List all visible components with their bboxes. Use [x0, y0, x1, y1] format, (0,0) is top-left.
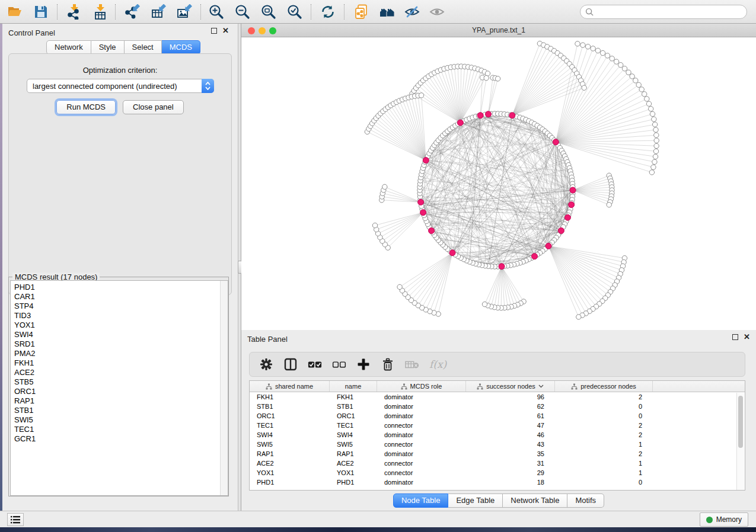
cell-shared-name[interactable]: YOX1 [250, 468, 330, 477]
network-node[interactable] [419, 93, 423, 98]
network-node[interactable] [646, 101, 651, 106]
cell-name[interactable]: SWI4 [330, 430, 377, 440]
network-node[interactable] [645, 97, 649, 101]
table-scrollbar[interactable] [736, 393, 744, 490]
cell-successor-nodes[interactable]: 43 [466, 440, 555, 449]
cell-predecessor-nodes[interactable]: 0 [555, 402, 653, 411]
hide-selected-icon[interactable] [404, 4, 420, 20]
show-all-networks-icon[interactable] [379, 4, 395, 20]
cell-mcds-role[interactable]: connector [377, 468, 466, 477]
network-node[interactable] [595, 48, 600, 53]
network-node[interactable] [653, 154, 658, 159]
cell-shared-name[interactable]: SWI4 [250, 430, 330, 440]
mcds-result-item[interactable]: PMA2 [11, 349, 228, 358]
network-node[interactable] [382, 184, 387, 189]
cell-shared-name[interactable]: PHD1 [250, 477, 330, 487]
mcds-result-item[interactable]: RAP1 [11, 396, 228, 406]
float-panel-icon[interactable] [732, 334, 738, 340]
column-header-MCDS-role[interactable]: MCDS role [377, 381, 466, 392]
mcds-result-item[interactable]: TEC1 [11, 425, 228, 434]
zoom-out-icon[interactable] [235, 4, 250, 20]
table-row[interactable]: ORC1ORC1dominator610 [250, 411, 745, 421]
cell-name[interactable]: RAP1 [330, 449, 377, 459]
cell-mcds-role[interactable]: dominator [377, 402, 466, 411]
cell-successor-nodes[interactable]: 46 [466, 430, 555, 440]
table-row[interactable]: SWI5SWI5connector431 [250, 440, 745, 449]
show-hidden-icon[interactable] [429, 4, 445, 20]
deselect-all-icon[interactable] [332, 357, 346, 371]
cell-successor-nodes[interactable]: 62 [466, 402, 555, 411]
search-input[interactable] [594, 7, 747, 17]
network-node[interactable] [582, 85, 586, 90]
network-hub-node[interactable] [486, 111, 492, 117]
zoom-in-icon[interactable] [209, 4, 224, 20]
column-header-successor-nodes[interactable]: successor nodes [466, 381, 555, 392]
network-node[interactable] [626, 70, 631, 75]
column-header-name[interactable]: name [330, 381, 377, 392]
cell-shared-name[interactable]: RAP1 [250, 449, 330, 459]
network-node[interactable] [630, 74, 634, 79]
cell-predecessor-nodes[interactable]: 0 [555, 411, 653, 421]
mcds-result-list[interactable]: PHD1CAR1STP4TID3YOX1SWI4SRD1PMA2FKH1ACE2… [10, 280, 228, 496]
clone-network-icon[interactable] [353, 4, 369, 20]
mcds-result-item[interactable]: TID3 [11, 311, 228, 321]
network-node[interactable] [591, 46, 595, 51]
network-node[interactable] [652, 117, 656, 121]
network-node[interactable] [642, 92, 647, 97]
network-node[interactable] [633, 78, 638, 83]
network-hub-node[interactable] [477, 113, 483, 118]
network-hub-node[interactable] [420, 210, 426, 216]
cell-mcds-role[interactable]: dominator [377, 449, 466, 459]
cell-mcds-role[interactable]: connector [377, 421, 466, 430]
network-node[interactable] [585, 44, 590, 49]
network-node[interactable] [650, 111, 655, 116]
tab-select[interactable]: Select [125, 40, 162, 55]
network-node[interactable] [639, 87, 644, 92]
network-hub-node[interactable] [532, 254, 538, 259]
mcds-result-item[interactable]: ACE2 [11, 368, 228, 377]
network-node[interactable] [652, 122, 657, 127]
cell-name[interactable]: YOX1 [330, 468, 377, 477]
zoom-selected-icon[interactable] [287, 4, 302, 20]
split-view-icon[interactable] [283, 357, 298, 371]
mcds-result-item[interactable]: STP4 [11, 302, 228, 311]
save-session-icon[interactable] [33, 4, 49, 20]
cell-mcds-role[interactable]: dominator [377, 477, 466, 487]
import-table-icon[interactable] [92, 4, 108, 20]
cell-mcds-role[interactable]: dominator [377, 411, 466, 421]
cell-name[interactable]: TEC1 [330, 421, 377, 430]
mcds-result-item[interactable]: SRD1 [11, 339, 228, 349]
network-node[interactable] [652, 159, 657, 164]
mcds-result-item[interactable]: CAR1 [11, 292, 228, 302]
cell-shared-name[interactable]: ACE2 [250, 459, 330, 468]
mcds-result-item[interactable]: GCR1 [11, 434, 228, 444]
network-node[interactable] [653, 127, 658, 132]
network-node[interactable] [649, 107, 653, 111]
column-header-shared-name[interactable]: shared name [250, 381, 330, 392]
network-hub-node[interactable] [418, 199, 424, 205]
cell-predecessor-nodes[interactable]: 1 [555, 459, 653, 468]
delete-column-icon[interactable] [381, 357, 395, 371]
select-all-icon[interactable] [308, 357, 322, 371]
network-canvas[interactable] [241, 37, 756, 330]
network-node[interactable] [600, 50, 605, 55]
network-node[interactable] [614, 59, 618, 64]
cell-successor-nodes[interactable]: 18 [466, 477, 555, 487]
network-node[interactable] [622, 66, 627, 71]
cell-shared-name[interactable]: STB1 [250, 402, 330, 411]
close-panel-button[interactable]: Close panel [123, 100, 184, 114]
cell-predecessor-nodes[interactable]: 2 [555, 430, 653, 440]
cell-mcds-role[interactable]: connector [377, 459, 466, 468]
table-row[interactable]: TEC1TEC1connector472 [250, 421, 745, 430]
network-hub-node[interactable] [569, 202, 575, 208]
mcds-result-item[interactable]: STB5 [11, 377, 228, 387]
network-node[interactable] [484, 75, 489, 80]
cell-shared-name[interactable]: FKH1 [250, 392, 330, 402]
mcds-list-scrollbar[interactable] [220, 281, 228, 495]
cell-name[interactable]: ORC1 [330, 411, 377, 421]
network-node[interactable] [605, 53, 610, 58]
table-row[interactable]: FKH1FKH1dominator962 [250, 392, 745, 402]
table-row[interactable]: SWI4SWI4dominator462 [250, 430, 745, 440]
table-row[interactable]: YOX1YOX1connector291 [250, 468, 745, 477]
cell-successor-nodes[interactable]: 61 [466, 411, 555, 421]
